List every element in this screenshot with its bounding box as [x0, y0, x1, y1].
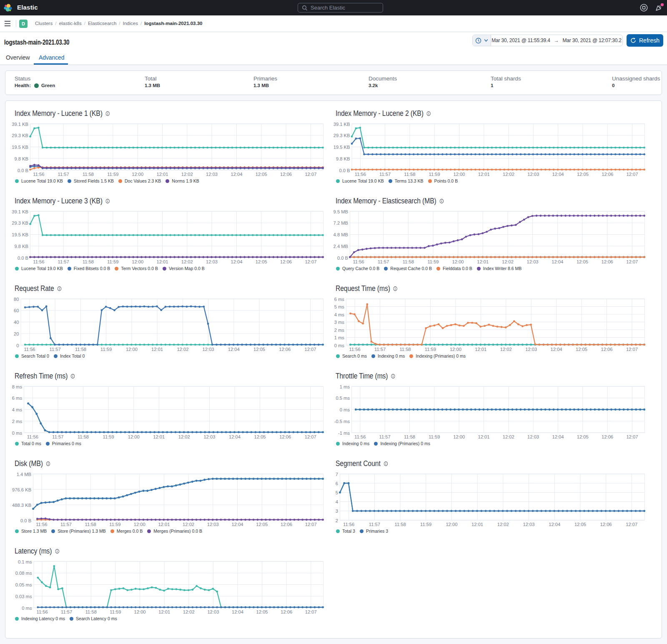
- svg-text:488.3 KB: 488.3 KB: [12, 503, 31, 508]
- svg-text:12:07: 12:07: [305, 172, 316, 177]
- svg-text:12:04: 12:04: [231, 259, 243, 264]
- svg-text:12:07: 12:07: [626, 522, 637, 527]
- svg-text:12:01: 12:01: [157, 172, 168, 177]
- svg-text:12:06: 12:06: [601, 347, 613, 352]
- svg-text:11:58: 11:58: [83, 259, 94, 264]
- svg-text:11:59: 11:59: [420, 522, 431, 527]
- svg-text:11:57: 11:57: [369, 522, 380, 527]
- svg-text:4 ms: 4 ms: [12, 407, 23, 412]
- svg-text:80: 80: [14, 297, 19, 302]
- svg-text:1.4 MB: 1.4 MB: [17, 472, 31, 477]
- svg-text:0.1 ms: 0.1 ms: [18, 559, 32, 564]
- svg-text:0 ms: 0 ms: [340, 407, 350, 412]
- svg-text:12:07: 12:07: [626, 259, 638, 264]
- svg-text:12:03: 12:03: [203, 434, 215, 439]
- svg-text:12:04: 12:04: [232, 609, 243, 614]
- svg-text:12:07: 12:07: [305, 259, 316, 264]
- svg-text:4 ms: 4 ms: [334, 312, 345, 317]
- svg-text:12:04: 12:04: [552, 259, 563, 264]
- svg-text:12:06: 12:06: [280, 259, 292, 264]
- svg-text:12:03: 12:03: [527, 434, 539, 439]
- svg-text:0.08 ms: 0.08 ms: [15, 571, 32, 576]
- svg-text:11:59: 11:59: [425, 347, 436, 352]
- svg-text:12:05: 12:05: [254, 434, 266, 439]
- svg-text:29.3 KB: 29.3 KB: [12, 133, 28, 138]
- svg-text:19.5 KB: 19.5 KB: [12, 232, 28, 237]
- svg-text:12:06: 12:06: [602, 434, 613, 439]
- svg-text:12:07: 12:07: [305, 522, 317, 527]
- svg-text:12:01: 12:01: [475, 347, 486, 352]
- svg-text:11:57: 11:57: [60, 522, 72, 527]
- svg-text:11:59: 11:59: [429, 172, 440, 177]
- svg-text:6 ms: 6 ms: [334, 297, 345, 302]
- svg-text:7: 7: [336, 472, 338, 477]
- svg-text:12:07: 12:07: [626, 347, 638, 352]
- svg-text:12:05: 12:05: [577, 434, 589, 439]
- svg-text:12:05: 12:05: [577, 172, 589, 177]
- svg-text:12:01: 12:01: [478, 434, 490, 439]
- svg-text:29.3 KB: 29.3 KB: [12, 221, 28, 226]
- svg-text:6: 6: [336, 481, 338, 486]
- svg-text:11:56: 11:56: [343, 522, 354, 527]
- svg-text:6 ms: 6 ms: [12, 396, 23, 401]
- svg-text:12:03: 12:03: [207, 522, 219, 527]
- svg-text:11:58: 11:58: [404, 172, 415, 177]
- svg-text:0 ms: 0 ms: [334, 343, 345, 348]
- svg-text:11:56: 11:56: [353, 259, 364, 264]
- svg-text:12:03: 12:03: [523, 522, 535, 527]
- svg-text:12:06: 12:06: [600, 522, 612, 527]
- svg-text:60: 60: [14, 308, 19, 313]
- svg-text:9.8 KB: 9.8 KB: [336, 156, 350, 161]
- svg-text:11:58: 11:58: [75, 347, 86, 352]
- svg-text:12:01: 12:01: [477, 259, 489, 264]
- svg-text:12:04: 12:04: [552, 172, 564, 177]
- svg-text:12:00: 12:00: [128, 434, 140, 439]
- svg-text:0.5 ms: 0.5 ms: [336, 396, 350, 401]
- svg-text:11:59: 11:59: [103, 434, 114, 439]
- svg-text:12:02: 12:02: [497, 522, 509, 527]
- svg-text:12:06: 12:06: [602, 259, 613, 264]
- svg-text:11:56: 11:56: [37, 609, 48, 614]
- svg-text:11:56: 11:56: [24, 347, 35, 352]
- svg-text:5 ms: 5 ms: [334, 304, 345, 309]
- svg-text:11:58: 11:58: [83, 172, 94, 177]
- svg-text:12:03: 12:03: [527, 172, 539, 177]
- svg-text:2: 2: [336, 518, 338, 523]
- svg-text:9.8 KB: 9.8 KB: [14, 156, 28, 161]
- svg-text:11:56: 11:56: [36, 522, 47, 527]
- svg-text:20: 20: [14, 331, 19, 336]
- svg-text:12:00: 12:00: [134, 609, 146, 614]
- svg-text:1 ms: 1 ms: [340, 384, 350, 389]
- svg-text:0.0 B: 0.0 B: [339, 168, 350, 173]
- svg-text:-1 ms: -1 ms: [338, 431, 350, 436]
- svg-text:19.5 KB: 19.5 KB: [12, 145, 28, 150]
- svg-text:12:02: 12:02: [178, 434, 190, 439]
- svg-text:11:59: 11:59: [109, 522, 120, 527]
- svg-text:12:02: 12:02: [502, 259, 514, 264]
- svg-text:12:04: 12:04: [551, 347, 562, 352]
- svg-text:12:03: 12:03: [206, 172, 218, 177]
- svg-text:11:58: 11:58: [404, 434, 415, 439]
- svg-text:2.4 MB: 2.4 MB: [334, 244, 348, 249]
- svg-text:12:07: 12:07: [305, 609, 317, 614]
- svg-text:12:02: 12:02: [500, 347, 512, 352]
- svg-text:2 ms: 2 ms: [12, 419, 23, 424]
- svg-text:12:01: 12:01: [157, 259, 168, 264]
- svg-text:12:02: 12:02: [181, 259, 193, 264]
- svg-text:3: 3: [336, 509, 338, 514]
- svg-text:11:57: 11:57: [50, 347, 61, 352]
- svg-text:12:05: 12:05: [574, 522, 586, 527]
- svg-text:12:07: 12:07: [305, 347, 316, 352]
- svg-text:12:06: 12:06: [279, 434, 291, 439]
- svg-text:0.0 B: 0.0 B: [18, 168, 28, 173]
- svg-text:12:00: 12:00: [446, 522, 457, 527]
- svg-text:12:04: 12:04: [228, 347, 240, 352]
- svg-text:11:58: 11:58: [399, 347, 411, 352]
- svg-text:12:00: 12:00: [454, 172, 465, 177]
- svg-text:11:57: 11:57: [58, 259, 69, 264]
- svg-text:12:06: 12:06: [602, 172, 613, 177]
- svg-text:12:02: 12:02: [183, 522, 194, 527]
- svg-text:-0.5 ms: -0.5 ms: [334, 419, 350, 424]
- svg-text:12:05: 12:05: [256, 522, 268, 527]
- svg-text:11:56: 11:56: [27, 434, 38, 439]
